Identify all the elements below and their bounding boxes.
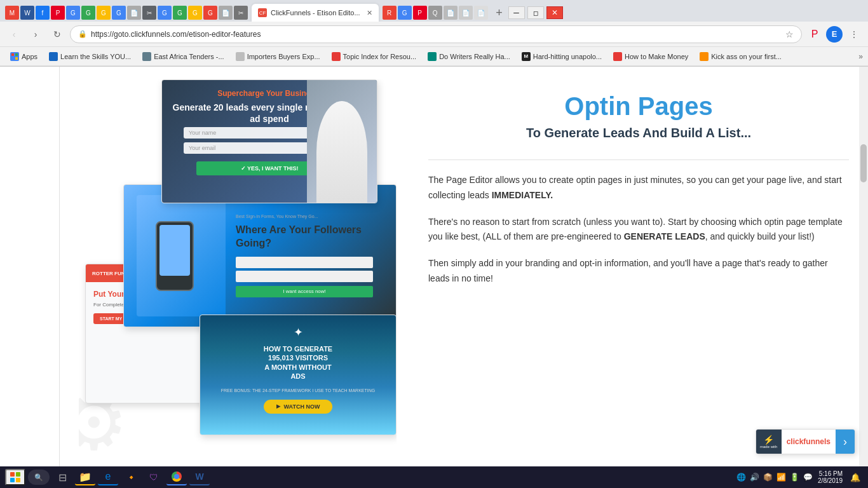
tab-misc5[interactable]: 📄 [127,6,141,20]
paragraph-1-bold: IMMEDIATELY. [492,190,553,200]
taskbar-app-chrome[interactable] [166,469,187,485]
bookmark-learn[interactable]: Learn the Skills YOU... [44,50,136,63]
taskbar-app-vlc[interactable]: 🔸 [121,469,141,485]
clock-date: 2/8/2019 [818,477,843,484]
tab-misc9[interactable]: G [188,6,202,20]
tab-gmail[interactable]: M [5,6,19,20]
tab-clickfunnels-active[interactable]: CF ClickFunnels - Etison Edito... ✕ [252,4,379,22]
tab-misc12[interactable]: ✂ [234,6,248,20]
tab-misc11[interactable]: 📄 [219,6,233,20]
browser-chrome: M W f P G G G G 📄 ✂ G G G G 📄 [0,0,868,67]
bookmark-topic-label: Topic Index for Resou... [343,53,417,60]
cf-badge-arrow[interactable]: › [836,430,855,454]
bookmark-how-to-make[interactable]: How to Make Money [608,50,693,63]
scrollbar[interactable] [859,67,868,467]
bookmark-apps[interactable]: Apps [5,50,43,63]
tab-misc4[interactable]: G [112,6,126,20]
profile-button[interactable]: E [826,26,843,43]
phone-screen [159,225,190,276]
bookmark-apps-label: Apps [22,53,37,60]
bookmark-how-to-make-label: How to Make Money [625,53,688,60]
tab-word[interactable]: W [20,6,34,20]
mockup-supercharge: Supercharge Your Business! Generate 20 l… [161,79,377,203]
bookmark-kick-ass[interactable]: Kick ass on your first... [695,50,787,63]
page-subtitle: To Generate Leads And Build A List... [428,126,849,140]
bookmark-do-writers[interactable]: Do Writers Really Ha... [423,50,515,63]
tab-misc6[interactable]: ✂ [142,6,156,20]
phone-mockup [156,221,194,291]
taskbar-app-explorer[interactable]: 📁 [75,469,95,485]
mockup-container: Supercharge Your Business! Generate 20 l… [79,79,390,397]
bookmark-importers[interactable]: Importers Buyers Exp... [231,50,325,63]
tab-misc10[interactable]: G [203,6,217,20]
address-bar[interactable]: 🔒 https://goto.clickfunnels.com/etison-e… [70,25,802,43]
clock[interactable]: 5:16 PM 2/8/2019 [818,470,843,484]
tray-battery-icon[interactable]: 🔋 [790,473,799,482]
divider [428,159,849,160]
taskbar-app-security[interactable]: 🛡 [144,469,164,485]
tab-right3[interactable]: P [413,6,427,20]
svg-rect-3 [15,57,18,60]
close-button[interactable]: ✕ [546,6,563,19]
back-button[interactable]: ‹ [5,25,23,43]
tray-chat-icon[interactable]: 💬 [803,473,813,482]
bookmark-do-writers-label: Do Writers Really Ha... [439,53,510,60]
page-content: ⚙ Supercharge Your Business! Generate 20… [0,67,868,467]
tab-misc3[interactable]: G [97,6,111,20]
tab-close-active[interactable]: ✕ [367,9,372,17]
taskbar-app-word[interactable]: W [189,469,210,485]
cf-badge-icon: ⚡ made with [756,430,782,454]
lock-icon: 🔒 [78,30,87,38]
tab-right1[interactable]: R [383,6,397,20]
tab-bar: M W f P G G G G 📄 ✂ G G G G 📄 [0,0,868,22]
bookmarks-more-button[interactable]: » [858,52,863,61]
tray-dropbox-icon[interactable]: 📦 [763,473,773,482]
menu-button[interactable]: ⋮ [845,25,863,43]
paragraph-2-bold: GENERATE LEADS [624,231,705,241]
card-blue-graphic [137,195,226,316]
taskbar-search[interactable]: 🔍 [28,470,50,485]
tab-right7[interactable]: 📄 [474,6,488,20]
bookmark-topic-index[interactable]: Topic Index for Resou... [327,50,422,63]
tab-right2[interactable]: G [398,6,412,20]
tab-misc1[interactable]: G [66,6,80,20]
tab-misc7[interactable]: G [158,6,172,20]
mockup-visitors: ✦ HOW TO GENERATE195,013 VISITORSA MONTH… [200,315,397,435]
pinterest-button[interactable]: P [806,25,824,43]
tab-misc8[interactable]: G [173,6,187,20]
scrollbar-thumb[interactable] [860,144,867,182]
svg-rect-1 [15,53,18,56]
taskbar-task-view[interactable]: ⊟ [52,469,72,485]
bookmarks-bar: Apps Learn the Skills YOU... East Africa… [0,47,868,66]
new-tab-button[interactable]: + [492,5,507,20]
card-blue-cta: I want access now! [236,286,373,297]
left-margin [0,67,60,467]
minimize-button[interactable]: ─ [508,6,525,19]
tab-right6[interactable]: 📄 [459,6,473,20]
system-tray: 🌐 🔊 📦 📶 🔋 💬 5:16 PM 2/8/2019 🔔 [736,470,863,485]
tab-pinterest[interactable]: P [51,6,65,20]
maximize-button[interactable]: ◻ [527,6,544,19]
tray-volume-icon[interactable]: 🔊 [750,473,759,482]
bookmark-east-africa[interactable]: East Africa Tenders -... [137,50,229,63]
tab-misc2[interactable]: G [81,6,95,20]
start-button[interactable] [5,469,25,485]
tab-right4[interactable]: Q [428,6,442,20]
tray-network-icon[interactable]: 🌐 [736,473,746,482]
paragraph-1: The Page Editor allows you to create opt… [428,173,849,203]
bookmark-hard-hitting[interactable]: M Hard-hitting unapolo... [517,50,607,63]
tab-facebook[interactable]: f [36,6,50,20]
cf-made-with-text: made with [760,445,777,449]
tray-wifi-icon[interactable]: 📶 [776,473,786,482]
taskbar-app-edge[interactable]: e [98,469,118,485]
taskbar-search-icon: 🔍 [34,473,43,482]
notification-button[interactable]: 🔔 [848,470,863,485]
taskbar: 🔍 ⊟ 📁 e 🔸 🛡 W 🌐 🔊 📦 📶 🔋 💬 5:16 PM 2/8/20… [0,466,868,488]
bookmark-star-icon[interactable]: ☆ [785,29,794,39]
card-blue-signin-text: Best Sign-In Forms, You Know They Go... [236,214,373,219]
refresh-button[interactable]: ↻ [48,25,66,43]
cf-badge[interactable]: ⚡ made with clickfunnels › [756,429,855,454]
tab-right5[interactable]: 📄 [444,6,458,20]
text-column: Optin Pages To Generate Leads And Build … [416,79,849,454]
forward-button[interactable]: › [27,25,44,43]
